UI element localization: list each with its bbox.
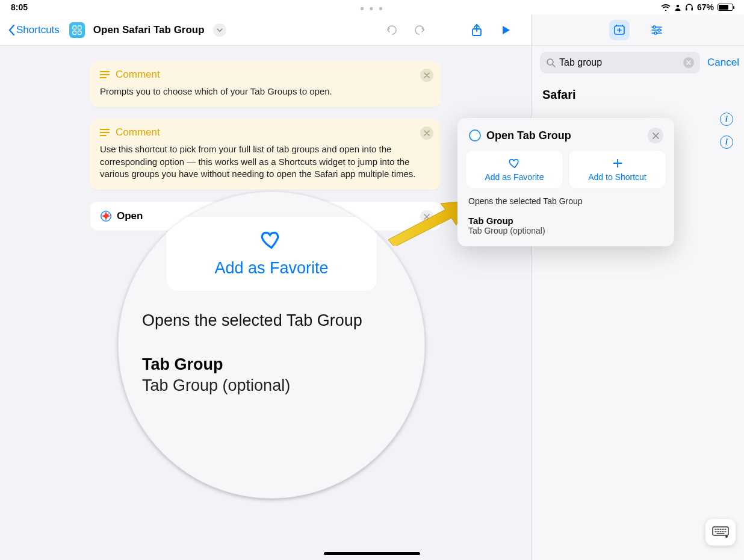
magnifier-annotation: Add as Favorite Opens the selected Tab G…: [118, 191, 425, 499]
action-detail-popover: Open Tab Group Add as Favorite Add to Sh…: [457, 118, 674, 246]
keyboard-icon: [712, 526, 729, 538]
svg-point-18: [725, 535, 728, 538]
magnified-description: Opens the selected Tab Group: [142, 291, 401, 330]
popover-title: Open Tab Group: [486, 129, 571, 142]
person-icon: [674, 4, 681, 11]
results-section-header: Safari: [532, 77, 744, 107]
svg-point-13: [654, 32, 657, 34]
svg-point-12: [658, 29, 660, 31]
action-verb: Open: [117, 210, 143, 222]
popover-param-subtitle: Tab Group (optional): [466, 226, 666, 235]
svg-rect-2: [691, 8, 693, 11]
add-favorite-label: Add as Favorite: [485, 172, 544, 182]
delete-action-button[interactable]: [420, 69, 433, 82]
status-time: 8:05: [11, 2, 28, 12]
magnified-favorite-label: Add as Favorite: [214, 259, 328, 278]
shortcuts-grid-icon: [72, 25, 82, 35]
svg-rect-1: [686, 8, 687, 11]
undo-button[interactable]: [385, 23, 398, 37]
chevron-left-icon: [8, 25, 15, 36]
popover-param-title: Tab Group: [466, 211, 666, 226]
shortcut-title[interactable]: Open Safari Tab Group: [93, 24, 205, 36]
svg-rect-4: [78, 26, 81, 30]
annotation-arrow-icon: [385, 198, 470, 246]
comment-body: Prompts you to choose which of your Tab …: [90, 86, 441, 107]
status-bar: 8:05 • • • 67%: [0, 0, 744, 14]
svg-rect-3: [73, 26, 76, 30]
svg-rect-17: [713, 527, 728, 535]
popover-description: Opens the selected Tab Group: [466, 188, 666, 211]
plus-icon: [611, 157, 624, 170]
safari-icon: [100, 210, 112, 222]
comment-action-2[interactable]: Comment Use this shortcut to pick from y…: [90, 119, 441, 190]
info-button[interactable]: i: [720, 135, 733, 149]
library-tab[interactable]: [609, 20, 630, 40]
clear-search-button[interactable]: [683, 57, 694, 68]
svg-rect-6: [78, 31, 81, 34]
battery-icon: [718, 4, 733, 11]
result-row-1[interactable]: i: [532, 107, 744, 119]
show-keyboard-button[interactable]: [705, 519, 736, 546]
action-library-panel: Cancel Safari i i: [532, 14, 744, 560]
back-button[interactable]: Shortcuts: [8, 24, 60, 36]
magnified-param-subtitle: Tab Group (optional): [142, 376, 401, 395]
wifi-icon: [661, 4, 671, 11]
svg-point-0: [677, 5, 680, 8]
comment-lines-icon: [100, 71, 110, 78]
multitask-dots-icon[interactable]: • • •: [361, 2, 384, 15]
delete-action-button[interactable]: [420, 126, 433, 140]
close-popover-button[interactable]: [648, 128, 663, 143]
home-indicator[interactable]: [324, 552, 420, 555]
add-to-shortcut-button[interactable]: Add to Shortcut: [569, 151, 666, 188]
add-favorite-button[interactable]: Add as Favorite: [466, 151, 563, 188]
comment-lines-icon: [100, 129, 110, 136]
magnified-add-favorite-button: Add as Favorite: [166, 217, 377, 291]
sliders-icon: [650, 23, 663, 37]
svg-point-16: [470, 131, 480, 140]
heart-icon: [258, 228, 285, 252]
back-label: Shortcuts: [16, 24, 60, 36]
share-button[interactable]: [470, 23, 484, 37]
info-button[interactable]: i: [720, 113, 733, 126]
shortcut-app-icon: [69, 22, 85, 38]
settings-tab[interactable]: [646, 20, 667, 40]
comment-title: Comment: [116, 69, 160, 81]
comment-action-1[interactable]: Comment Prompts you to choose which of y…: [90, 61, 441, 107]
action-search-field[interactable]: [540, 52, 700, 73]
library-icon: [613, 23, 626, 37]
cancel-search-button[interactable]: Cancel: [707, 57, 739, 69]
comment-body: Use this shortcut to pick from your full…: [90, 143, 441, 190]
chevron-down-icon: [217, 27, 223, 33]
magnified-param-title: Tab Group: [142, 330, 401, 376]
svg-rect-5: [73, 31, 76, 34]
search-icon: [546, 58, 556, 67]
add-to-shortcut-label: Add to Shortcut: [588, 172, 646, 182]
svg-point-11: [653, 26, 656, 28]
safari-icon: [468, 129, 482, 142]
search-input[interactable]: [559, 57, 680, 68]
headphones-icon: [685, 3, 693, 11]
shortcut-title-menu[interactable]: [213, 23, 226, 37]
heart-icon: [508, 157, 521, 170]
comment-title: Comment: [116, 126, 160, 138]
battery-percent: 67%: [697, 2, 714, 12]
run-button[interactable]: [498, 23, 513, 37]
redo-button[interactable]: [413, 23, 426, 37]
